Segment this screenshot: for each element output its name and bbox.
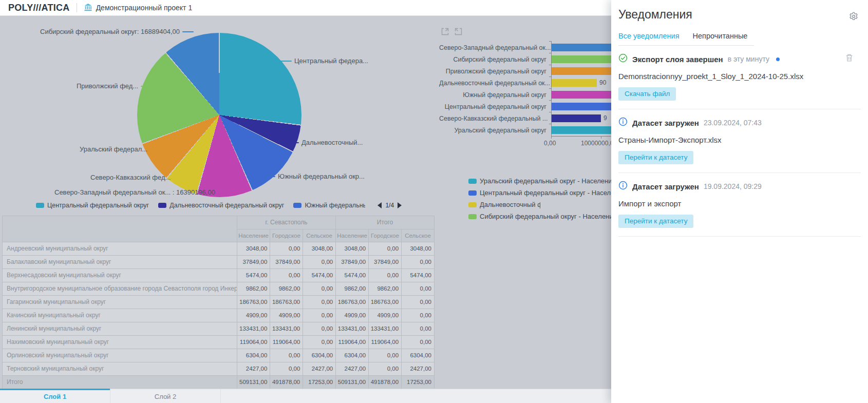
trash-icon[interactable] xyxy=(845,53,854,65)
legend-item[interactable]: Центральный федеральный округ xyxy=(36,202,149,209)
unread-dot-icon xyxy=(776,57,780,61)
table-column-header: Городское xyxy=(270,229,303,242)
value-cell: 119064,00 xyxy=(369,336,402,349)
legend-item[interactable]: Южный федеральный xyxy=(293,202,365,209)
pie-slice-label: Дальневосточный... xyxy=(288,139,363,146)
notification-item: Датасет загружен23.09.2024, 07:43Страны-… xyxy=(618,109,861,173)
table-row: Терновский муниципальный округ2427,000,0… xyxy=(3,362,435,376)
legend-item[interactable]: Дальневосточный федеральный округ xyxy=(158,202,284,209)
bar[interactable] xyxy=(552,126,613,134)
select-zone-icon[interactable] xyxy=(441,27,449,38)
table-column-header: Городское xyxy=(369,229,402,242)
pie-slice-label: Южный федеральный окр... xyxy=(264,172,365,180)
notifications-tab[interactable]: Непрочитанные xyxy=(693,32,748,40)
value-cell: 37849,00 xyxy=(369,256,402,269)
bar[interactable] xyxy=(552,44,621,51)
notifications-tab[interactable]: Все уведомления xyxy=(618,32,680,40)
value-cell: 37849,00 xyxy=(237,256,270,269)
value-cell: 509131,00 xyxy=(237,376,270,389)
reset-zone-icon[interactable] xyxy=(454,27,463,38)
notification-list: Экспорт слоя завершенв эту минутуDemonst… xyxy=(618,46,861,237)
value-cell: 2427,00 xyxy=(336,362,369,376)
bar[interactable] xyxy=(552,114,601,122)
info-circle-icon xyxy=(618,181,632,192)
notification-subject: Страны-Импорт-Экспорт.xlsx xyxy=(618,136,861,144)
bar-category-label: Дальневосточный федеральный ок... xyxy=(439,80,551,87)
legend-item[interactable]: Дальневосточный федеральный округ - На xyxy=(468,199,614,210)
panel-title: Уведомления xyxy=(618,8,861,22)
pie-label-text: Сибирский федеральный округ: 16889404,00 xyxy=(40,28,180,35)
value-cell: 0,00 xyxy=(270,349,303,362)
value-cell: 0,00 xyxy=(402,282,435,296)
value-cell: 0,00 xyxy=(270,362,303,376)
bar-legend: Уральский федеральный округ - НаселениЦе… xyxy=(468,175,614,222)
legend-label: Сибирский федеральный округ - Населени xyxy=(480,213,613,220)
value-cell: 6304,00 xyxy=(402,349,435,362)
pie-slice-label: Уральский федерал... xyxy=(80,145,161,153)
notification-title: Датасет загружен xyxy=(632,182,699,191)
legend-label: Южный федеральный xyxy=(305,202,365,209)
polymatica-logo: POLY///ATICA xyxy=(8,3,70,13)
table-row: Ленинский муниципальный округ133431,0013… xyxy=(3,322,435,336)
value-cell: 9862,00 xyxy=(369,282,402,296)
layer-tab-2[interactable]: Слой 2 xyxy=(110,389,221,403)
legend-item[interactable]: Центральный федеральный округ - Населе xyxy=(468,187,614,199)
layer-tab-1[interactable]: Слой 1 xyxy=(0,389,110,403)
pie-label-text: Северо-Кавказский фед... xyxy=(90,174,171,181)
value-cell: 5474,00 xyxy=(237,269,270,282)
table-row: Верхнесадовский муниципальный округ5474,… xyxy=(3,269,435,282)
bar-category-label: Южный федеральный округ xyxy=(439,91,551,99)
project-breadcrumb[interactable]: Демонстрационный проект 1 xyxy=(84,3,193,13)
bar-category-label: Приволжский федеральный округ xyxy=(439,68,551,75)
value-cell: 0,00 xyxy=(270,242,303,256)
value-cell: 0,00 xyxy=(270,269,303,282)
value-cell: 509131,00 xyxy=(336,376,369,389)
value-cell: 9862,00 xyxy=(237,282,270,296)
value-cell: 186763,00 xyxy=(237,296,270,309)
value-cell: 0,00 xyxy=(303,256,336,269)
bar[interactable] xyxy=(552,79,597,87)
table-header: г. СевастопольИтого НаселениеГородскоеСе… xyxy=(3,216,435,242)
value-cell: 3048,00 xyxy=(237,242,270,256)
pie-label-text: Уральский федерал... xyxy=(80,145,147,153)
value-cell: 5474,00 xyxy=(402,269,435,282)
legend-page-indicator: 1/4 xyxy=(385,202,394,209)
legend-next-icon[interactable] xyxy=(398,202,402,208)
row-label-cell: Ленинский муниципальный округ xyxy=(3,322,237,336)
bar-widget-toolbar xyxy=(441,27,463,38)
legend-pager: 1/4 xyxy=(378,202,402,209)
pie-legend-items: Центральный федеральный округДальневосто… xyxy=(36,202,365,209)
pie-slice-label: Северо-Западный федеральный ок... : 1639… xyxy=(54,188,229,196)
legend-item[interactable]: Сибирский федеральный округ - Населени xyxy=(468,210,614,222)
notification-action-button[interactable]: Перейти к датасету xyxy=(618,151,693,164)
gear-icon[interactable] xyxy=(849,12,858,23)
table-row: Качинский муниципальный округ4909,004909… xyxy=(3,309,435,322)
check-circle-icon xyxy=(618,53,632,65)
value-cell: 0,00 xyxy=(402,296,435,309)
pie-label-line xyxy=(173,177,184,178)
notification-tabs: Все уведомленияНепрочитанные xyxy=(618,32,861,40)
legend-chip xyxy=(36,203,44,208)
notification-time: в эту минуту xyxy=(728,55,769,63)
value-cell: 2427,00 xyxy=(237,362,270,376)
row-label-cell: Терновский муниципальный округ xyxy=(3,362,237,376)
pie-label-line xyxy=(280,61,292,62)
legend-label: Уральский федеральный округ - Населени xyxy=(480,177,612,185)
value-cell: 4909,00 xyxy=(336,309,369,322)
legend-item[interactable]: Уральский федеральный округ - Населени xyxy=(468,175,614,187)
notification-title: Экспорт слоя завершен xyxy=(632,55,723,64)
value-cell: 4909,00 xyxy=(237,309,270,322)
notification-action-button[interactable]: Перейти к датасету xyxy=(618,215,693,228)
notification-action-button[interactable]: Скачать файл xyxy=(618,87,676,101)
legend-prev-icon[interactable] xyxy=(378,202,382,208)
pie-label-line xyxy=(150,149,161,150)
value-cell: 0,00 xyxy=(402,309,435,322)
value-cell: 37849,00 xyxy=(336,256,369,269)
value-cell: 133431,00 xyxy=(369,322,402,336)
value-cell: 0,00 xyxy=(402,322,435,336)
value-cell: 3048,00 xyxy=(336,242,369,256)
notification-subject: Demonstracionnyy_proekt_1_Sloy_1_2024-10… xyxy=(618,72,861,81)
row-label-cell: Балаклавский муниципальный округ xyxy=(3,256,237,269)
notification-subject: Импорт и экспорт xyxy=(618,199,861,208)
notifications-panel: Уведомления Все уведомленияНепрочитанные… xyxy=(611,0,868,403)
